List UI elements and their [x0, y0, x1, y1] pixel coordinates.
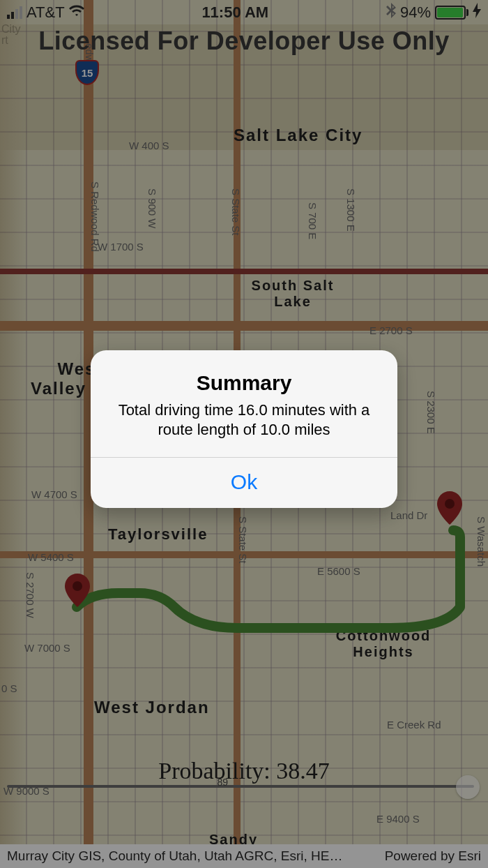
alert-message: Total driving time 16.0 minutes with a r… — [107, 401, 381, 439]
app-screen: 15 City rt Licensed For Developer Use On… — [0, 0, 488, 868]
alert-body: Summary Total driving time 16.0 minutes … — [91, 350, 397, 457]
summary-alert: Summary Total driving time 16.0 minutes … — [91, 350, 397, 508]
ok-button[interactable]: Ok — [91, 458, 397, 508]
alert-title: Summary — [107, 371, 381, 395]
